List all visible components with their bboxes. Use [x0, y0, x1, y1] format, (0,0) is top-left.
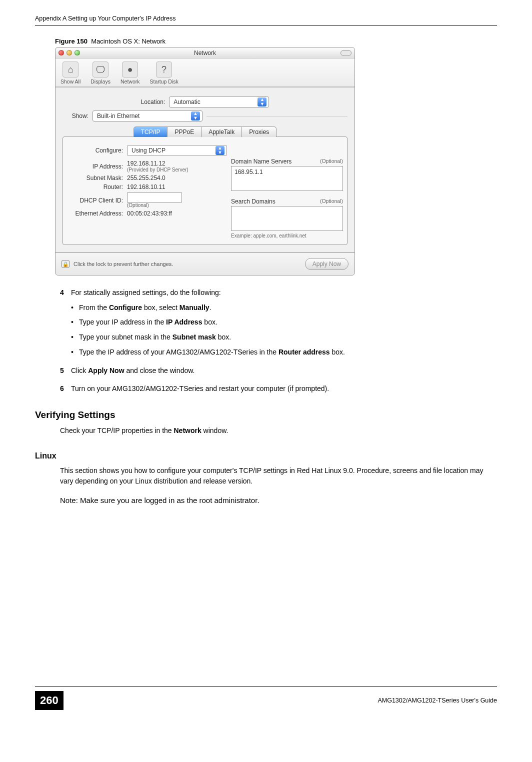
toolbar-label: Network: [120, 78, 140, 84]
text-bold: Network: [174, 426, 201, 434]
tcpip-pane: Configure: Using DHCP ▲▼ IP Address: 192…: [62, 136, 348, 245]
toolbar-startup-disk[interactable]: ? Startup Disk: [150, 62, 178, 84]
footer-guide-name: AMG1302/AMG1202-TSeries User's Guide: [378, 697, 497, 704]
search-domains-label: Search Domains: [231, 198, 276, 205]
dns-optional: (Optional): [320, 158, 343, 165]
tab-appletalk[interactable]: AppleTalk: [202, 126, 242, 137]
startup-disk-icon: ?: [156, 62, 172, 78]
bullet-item: Type your IP address in the IP Address b…: [71, 317, 497, 328]
location-label: Location:: [141, 98, 170, 106]
text: From the: [79, 304, 109, 312]
router-label: Router:: [67, 184, 127, 190]
text: Type the IP address of your AMG1302/AMG1…: [79, 348, 278, 356]
lock-icon[interactable]: 🔒: [62, 260, 70, 268]
step-5: 5 Click Apply Now and close the window.: [60, 366, 497, 376]
running-header: Appendix A Setting up Your Computer's IP…: [35, 15, 497, 26]
location-value: Automatic: [174, 98, 200, 106]
text: Type your subnet mask in the: [79, 333, 172, 341]
tab-pppoe[interactable]: PPPoE: [168, 126, 202, 137]
text: .: [210, 304, 212, 312]
tab-bar: TCP/IP PPPoE AppleTalk Proxies: [62, 126, 348, 137]
step-number: 6: [60, 384, 71, 394]
linux-heading: Linux: [35, 452, 497, 460]
show-value: Built-in Ethernet: [97, 112, 140, 120]
bullet-item: From the Configure box, select Manually.: [71, 302, 497, 314]
linux-note: Note: Make sure you are logged in as the…: [60, 496, 497, 504]
ethernet-address-value: 00:05:02:43:93:ff: [127, 210, 172, 217]
search-domains-field[interactable]: [231, 206, 343, 231]
step-number: 4: [60, 288, 71, 298]
dhcp-client-id-subtext: (Optional): [127, 202, 182, 208]
figure-caption: Figure 150 Macintosh OS X: Network: [55, 38, 497, 45]
text: box.: [330, 348, 345, 356]
configure-select[interactable]: Using DHCP ▲▼: [127, 145, 227, 156]
ip-address-label: IP Address:: [67, 163, 127, 170]
chevron-updown-icon: ▲▼: [258, 98, 266, 106]
dhcp-client-id-field[interactable]: [127, 192, 182, 202]
toolbar-displays[interactable]: 🖵 Displays: [90, 62, 110, 84]
step-6: 6 Turn on your AMG1302/AMG1202-TSeries a…: [60, 384, 497, 394]
linux-paragraph: This section shows you how to configure …: [60, 466, 497, 487]
chevron-updown-icon: ▲▼: [191, 112, 200, 120]
tab-proxies[interactable]: Proxies: [242, 126, 276, 137]
text: box.: [202, 318, 217, 326]
text: and close the window.: [124, 366, 195, 374]
toolbar-label: Displays: [90, 78, 110, 84]
search-domains-optional: (Optional): [320, 198, 343, 205]
subnet-mask-value: 255.255.254.0: [127, 174, 166, 182]
chevron-updown-icon: ▲▼: [216, 146, 224, 155]
step-text: Click Apply Now and close the window.: [71, 366, 194, 376]
search-domains-example: Example: apple.com, earthlink.net: [231, 233, 343, 238]
bullet-item: Type the IP address of your AMG1302/AMG1…: [71, 347, 497, 358]
dns-servers-field[interactable]: 168.95.1.1: [231, 166, 343, 191]
subnet-mask-label: Subnet Mask:: [67, 174, 127, 182]
toolbar-label: Startup Disk: [150, 78, 178, 84]
text-bold: Configure: [109, 304, 142, 312]
router-value: 192.168.10.11: [127, 184, 166, 190]
text: box, select: [142, 304, 180, 312]
text-bold: Manually: [180, 304, 210, 312]
ip-address-value: 192.168.11.12: [127, 160, 188, 167]
tab-tcpip[interactable]: TCP/IP: [134, 126, 168, 137]
show-select[interactable]: Built-in Ethernet ▲▼: [92, 110, 202, 122]
dns-label: Domain Name Servers: [231, 158, 292, 165]
apply-now-button[interactable]: Apply Now: [305, 258, 348, 270]
text: Check your TCP/IP properties in the: [60, 426, 174, 434]
page-footer: 260 AMG1302/AMG1202-TSeries User's Guide: [35, 686, 497, 710]
text: window.: [202, 426, 228, 434]
window-title: Network: [56, 50, 354, 56]
preferences-toolbar: ⌂ Show All 🖵 Displays ● Network ? Startu…: [56, 58, 354, 88]
verifying-settings-text: Check your TCP/IP properties in the Netw…: [60, 426, 497, 436]
window-titlebar: Network: [56, 48, 354, 58]
network-icon: ●: [122, 62, 138, 78]
bullet-item: Type your subnet mask in the Subnet mask…: [71, 332, 497, 343]
location-select[interactable]: Automatic ▲▼: [169, 96, 269, 108]
lock-text: Click the lock to prevent further change…: [74, 261, 173, 267]
text-bold: Subnet mask: [172, 333, 216, 341]
figure-caption-text: Macintosh OS X: Network: [91, 38, 166, 45]
ip-address-subtext: (Provided by DHCP Server): [127, 167, 188, 172]
step-4: 4 For statically assigned settings, do t…: [60, 288, 497, 298]
text-bold: Router address: [278, 348, 330, 356]
toolbar-show-all[interactable]: ⌂ Show All: [60, 62, 80, 84]
show-all-icon: ⌂: [62, 62, 78, 78]
text-bold: IP Address: [166, 318, 202, 326]
text: box.: [216, 333, 231, 341]
ethernet-address-label: Ethernet Address:: [67, 210, 127, 217]
dhcp-client-id-label: DHCP Client ID:: [67, 197, 127, 204]
step-text: Turn on your AMG1302/AMG1202-TSeries and…: [71, 384, 329, 394]
figure-label: Figure 150: [55, 38, 88, 45]
step-text: For statically assigned settings, do the…: [71, 288, 221, 298]
toolbar-label: Show All: [60, 78, 80, 84]
configure-value: Using DHCP: [132, 147, 166, 154]
page-number: 260: [35, 691, 64, 710]
step-number: 5: [60, 366, 71, 376]
text-bold: Apply Now: [88, 366, 124, 374]
macosx-network-window: Network ⌂ Show All 🖵 Displays ● Network …: [55, 47, 355, 276]
divider: [206, 116, 348, 116]
show-label: Show:: [62, 112, 92, 120]
toolbar-network[interactable]: ● Network: [120, 62, 140, 84]
verifying-settings-heading: Verifying Settings: [35, 410, 497, 420]
displays-icon: 🖵: [92, 62, 108, 78]
configure-label: Configure:: [67, 147, 127, 154]
